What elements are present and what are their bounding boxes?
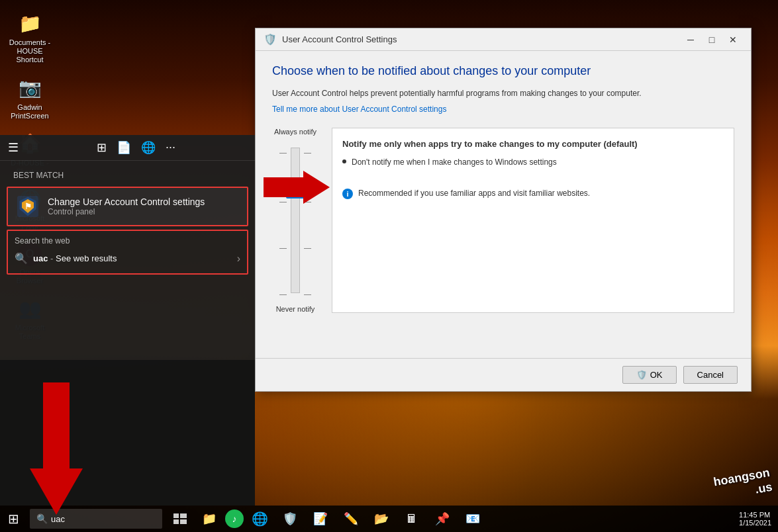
start-menu-nav-icons: ⊞ 📄 🌐 ··· <box>25 140 247 155</box>
cancel-label: Cancel <box>697 370 724 380</box>
info-blue-icon: i <box>342 189 353 199</box>
uac-learn-more-link[interactable]: Tell me more about User Account Control … <box>272 105 446 114</box>
search-web-section: Search the web 🔍 uac - See web results › <box>7 230 248 275</box>
uac-slider-left: Always notify — — — <box>272 128 318 313</box>
gadwin-icon: 📷 <box>17 75 43 101</box>
taskbar-app-chrome[interactable]: 🌐 <box>245 506 274 532</box>
start-nav-icon-more[interactable]: ··· <box>166 140 175 155</box>
result-uac-icon: ⚑ <box>15 193 41 220</box>
docs-icon: 📁 <box>17 10 43 36</box>
uac-window-icon: 🛡️ <box>264 33 277 46</box>
slider-track: — — — — — <box>291 148 300 293</box>
taskbar-app-spotify[interactable]: ♪ <box>225 510 244 528</box>
minimize-button[interactable]: ─ <box>681 33 701 46</box>
start-menu-topbar: ☰ ⊞ 📄 🌐 ··· <box>0 135 255 161</box>
desktop-icon-docs[interactable]: 📁 Documents - HOUSE Shortcut <box>3 7 56 68</box>
ok-label: OK <box>650 370 663 380</box>
result-uac-subtitle: Control panel <box>48 207 205 216</box>
taskbar-app-sticky[interactable]: 📌 <box>428 506 457 532</box>
ok-shield-icon: 🛡️ <box>636 370 647 380</box>
search-web-magnify-icon: 🔍 <box>15 252 28 265</box>
arrow-down-indicator <box>30 382 83 515</box>
arrow-right-indicator <box>264 171 330 204</box>
result-uac-text: Change User Account Control settings Con… <box>48 197 205 216</box>
bullet-text: Don't notify me when I make changes to W… <box>352 157 557 168</box>
taskbar-system-tray: 11:45 PM1/15/2021 <box>732 511 778 527</box>
start-button[interactable]: ⊞ <box>0 506 26 532</box>
window-titlebar: 🛡️ User Account Control Settings ─ □ ✕ <box>256 28 751 51</box>
desktop: 📁 Documents - HOUSE Shortcut 📷 Gadwin Pr… <box>0 0 778 532</box>
maximize-button[interactable]: □ <box>702 33 722 46</box>
taskbar-app-word[interactable]: 📝 <box>306 506 335 532</box>
start-menu-content: Best match ⚑ Change User Account Control… <box>0 161 255 360</box>
start-nav-icon-grid[interactable]: ⊞ <box>97 140 107 155</box>
window-footer: 🛡️ OK Cancel <box>256 358 751 391</box>
start-nav-icon-doc[interactable]: 📄 <box>117 140 131 155</box>
cancel-button[interactable]: Cancel <box>683 366 738 384</box>
svg-rect-6 <box>173 513 179 518</box>
svg-text:⚑: ⚑ <box>24 202 32 211</box>
slider-label-top: Always notify <box>274 128 316 136</box>
search-web-query: uac - See web results <box>33 253 117 263</box>
window-title-text: User Account Control Settings <box>282 34 397 44</box>
start-nav-icon-globe[interactable]: 🌐 <box>141 140 156 155</box>
taskbar-time: 11:45 PM1/15/2021 <box>739 511 771 527</box>
search-web-arrow-icon: › <box>237 253 240 265</box>
search-web-label: Search the web <box>15 236 240 245</box>
taskbar-app-shield[interactable]: 🛡️ <box>275 506 305 532</box>
tick-4l: — <box>279 287 287 299</box>
info-panel-title: Notify me only when apps try to make cha… <box>342 138 724 150</box>
tick-1: — <box>279 148 287 156</box>
slider-label-bottom: Never notify <box>276 305 315 313</box>
desktop-icon-gadwin[interactable]: 📷 Gadwin PrintScreen <box>3 71 56 124</box>
taskbar-app-email[interactable]: 📧 <box>458 506 487 532</box>
svg-marker-5 <box>30 382 83 515</box>
close-button[interactable]: ✕ <box>723 33 743 46</box>
svg-marker-4 <box>264 171 330 204</box>
tick-3l: — <box>279 241 287 253</box>
uac-settings-window: 🛡️ User Account Control Settings ─ □ ✕ C… <box>255 28 752 392</box>
window-controls: ─ □ ✕ <box>681 33 743 46</box>
tick-3r: — <box>304 241 311 253</box>
tick-4r: — <box>304 287 311 299</box>
window-title-left: 🛡️ User Account Control Settings <box>264 33 397 46</box>
taskbar-search-icon: 🔍 <box>36 513 48 524</box>
uac-heading: Choose when to be notified about changes… <box>272 64 734 78</box>
info-bullet-1: Don't notify me when I make changes to W… <box>342 157 724 168</box>
docs-label: Documents - HOUSE Shortcut <box>7 38 53 65</box>
svg-rect-7 <box>180 513 187 518</box>
taskbar: ⊞ 🔍 📁 ♪ 🌐 🛡️ 📝 ✏️ 📂 🖩 📌 📧 1 <box>0 506 778 532</box>
svg-rect-8 <box>173 519 179 524</box>
search-web-left: 🔍 uac - See web results <box>15 252 117 265</box>
info-rec-text: Recommended if you use familiar apps and… <box>358 188 590 199</box>
svg-rect-9 <box>180 519 187 524</box>
gadwin-label: Gadwin PrintScreen <box>7 103 53 120</box>
hamburger-icon[interactable]: ☰ <box>8 140 19 155</box>
taskbar-app-explorer[interactable]: 📂 <box>367 506 396 532</box>
taskbar-search-input[interactable] <box>51 514 150 524</box>
bullet-dot <box>342 159 346 163</box>
result-uac-title: Change User Account Control settings <box>48 197 205 207</box>
best-match-label: Best match <box>7 167 248 183</box>
uac-info-panel: Notify me only when apps try to make cha… <box>332 128 734 313</box>
uac-description: User Account Control helps prevent poten… <box>272 88 734 99</box>
uac-slider-area: Always notify — — — <box>272 128 734 313</box>
search-web-item[interactable]: 🔍 uac - See web results › <box>15 249 240 268</box>
task-view-button[interactable] <box>166 506 195 532</box>
search-result-uac[interactable]: ⚑ Change User Account Control settings C… <box>7 187 248 226</box>
taskbar-app-files[interactable]: 📁 <box>195 506 224 532</box>
uac-window-body: Choose when to be notified about changes… <box>256 51 751 358</box>
info-recommendation: i Recommended if you use familiar apps a… <box>342 188 724 199</box>
taskbar-app-calc[interactable]: 🖩 <box>397 506 426 532</box>
ok-button[interactable]: 🛡️ OK <box>622 366 677 384</box>
taskbar-app-stylus[interactable]: ✏️ <box>336 506 365 532</box>
tick-1r: — <box>304 148 311 156</box>
taskbar-apps: 📁 ♪ 🌐 🛡️ 📝 ✏️ 📂 🖩 📌 📧 <box>195 506 732 532</box>
